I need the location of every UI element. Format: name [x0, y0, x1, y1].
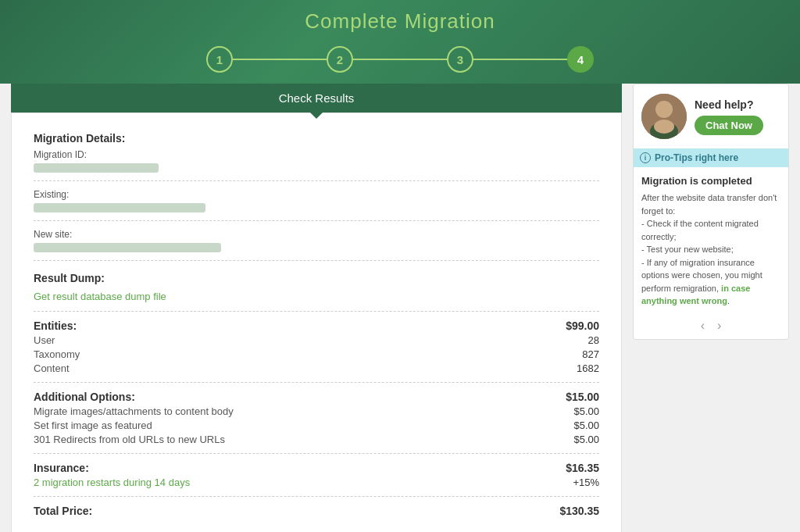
- svg-point-3: [654, 120, 674, 134]
- divider-4: [34, 311, 599, 312]
- tips-text: After the website data transfer don't fo…: [641, 191, 780, 308]
- info-icon: i: [640, 152, 651, 163]
- step-line-3: [473, 59, 567, 60]
- total-row: Total Price: $130.35: [34, 505, 599, 517]
- results-body: Migration Details: Migration ID: Existin…: [11, 112, 622, 532]
- existing-label: Existing:: [34, 189, 599, 200]
- steps-row: 1 2 3 4: [0, 46, 800, 84]
- migration-id-label: Migration ID:: [34, 149, 599, 160]
- chat-now-button[interactable]: Chat Now: [695, 116, 763, 135]
- help-top: Need help? Chat Now: [634, 84, 788, 148]
- divider-2: [34, 220, 599, 221]
- result-dump-link[interactable]: Get result database dump file: [34, 291, 166, 302]
- divider-1: [34, 180, 599, 181]
- divider-5: [34, 382, 599, 383]
- step-line-1: [233, 59, 327, 60]
- tips-next-button[interactable]: ›: [717, 319, 721, 333]
- new-site-label: New site:: [34, 229, 599, 240]
- result-dump-title: Result Dump:: [34, 272, 599, 284]
- option3-row: 301 Redirects from old URLs to new URLs …: [34, 434, 599, 445]
- need-help-text: Need help?: [695, 98, 763, 111]
- main-container: Check Results Migration Details: Migrati…: [0, 84, 800, 532]
- taxonomy-row: Taxonomy 827: [34, 348, 599, 360]
- pro-tips-bar: i Pro-Tips right here: [634, 148, 788, 167]
- divider-7: [34, 496, 599, 497]
- existing-value: [34, 203, 205, 212]
- new-site-value: [34, 243, 221, 252]
- additional-options-row: Additional Options: $15.00: [34, 391, 599, 403]
- page-title: Complete Migration: [0, 9, 800, 34]
- check-results-header: Check Results: [11, 84, 622, 112]
- user-row: User 28: [34, 334, 599, 346]
- svg-point-1: [655, 101, 673, 118]
- avatar: [641, 94, 687, 139]
- step-1[interactable]: 1: [206, 46, 233, 73]
- option2-row: Set first image as featured $5.00: [34, 420, 599, 431]
- page-header: Complete Migration 1 2 3 4: [0, 0, 800, 84]
- step-line-2: [353, 59, 447, 60]
- divider-3: [34, 260, 599, 261]
- right-panel: Need help? Chat Now i Pro-Tips right her…: [633, 84, 789, 532]
- left-panel: Check Results Migration Details: Migrati…: [11, 84, 622, 532]
- step-3[interactable]: 3: [447, 46, 473, 73]
- tips-content: Migration is completed After the website…: [634, 167, 788, 312]
- option1-row: Migrate images/attachments to content bo…: [34, 405, 599, 417]
- migration-id-value: [34, 163, 159, 173]
- tips-title: Migration is completed: [641, 175, 780, 187]
- content-row: Content 1682: [34, 362, 599, 374]
- help-box: Need help? Chat Now i Pro-Tips right her…: [633, 84, 789, 340]
- insurance-desc-row: 2 migration restarts during 14 days +15%: [34, 477, 599, 488]
- tips-prev-button[interactable]: ‹: [701, 319, 705, 333]
- step-4[interactable]: 4: [567, 46, 594, 73]
- migration-details-title: Migration Details:: [34, 132, 599, 145]
- entities-row: Entities: $99.00: [34, 320, 599, 332]
- help-right: Need help? Chat Now: [695, 98, 763, 135]
- tips-nav: ‹ ›: [634, 312, 788, 339]
- divider-6: [34, 453, 599, 454]
- insurance-row: Insurance: $16.35: [34, 462, 599, 474]
- step-2[interactable]: 2: [327, 46, 353, 73]
